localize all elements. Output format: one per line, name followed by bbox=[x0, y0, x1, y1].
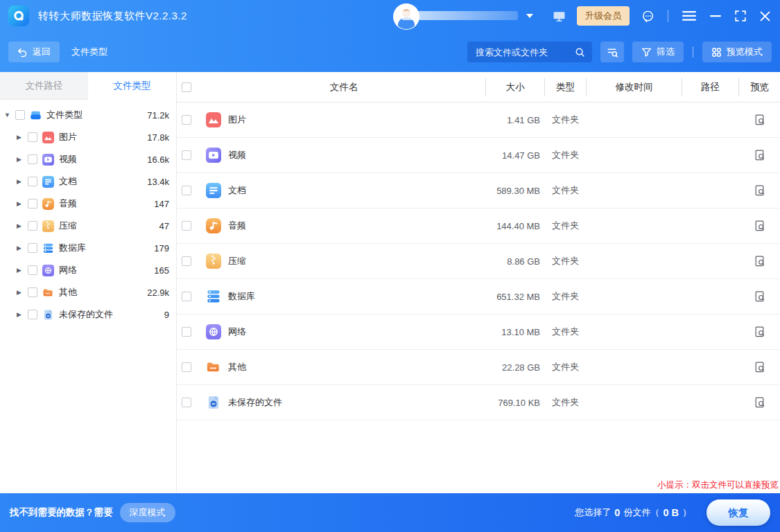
tree-checkbox[interactable] bbox=[28, 243, 37, 253]
tree-item[interactable]: ▶ 文档 13.4k bbox=[0, 170, 176, 193]
tree-item-count: 9 bbox=[164, 310, 169, 320]
tree-item[interactable]: ▶ 其他 22.9k bbox=[0, 281, 176, 303]
doc-icon bbox=[42, 176, 54, 188]
preview-mode-button[interactable]: 预览模式 bbox=[702, 42, 772, 62]
support-headset-icon[interactable] bbox=[641, 9, 655, 24]
tree-item[interactable]: ▶ 音频 147 bbox=[0, 193, 176, 215]
list-search-button[interactable] bbox=[600, 42, 624, 62]
row-checkbox[interactable] bbox=[182, 398, 191, 407]
row-checkbox[interactable] bbox=[182, 362, 191, 372]
row-checkbox[interactable] bbox=[182, 115, 191, 125]
header-size[interactable]: 大小 bbox=[486, 81, 544, 94]
tree-item[interactable]: ▶ 视频 16.6k bbox=[0, 148, 176, 170]
row-checkbox[interactable] bbox=[182, 150, 191, 160]
table-row[interactable]: 其他 22.28 GB 文件夹 bbox=[177, 350, 780, 385]
net-icon bbox=[206, 324, 221, 339]
tab-file-type[interactable]: 文件类型 bbox=[88, 72, 176, 100]
preview-file-icon[interactable] bbox=[754, 290, 766, 303]
minimize-icon[interactable] bbox=[710, 10, 721, 21]
row-checkbox[interactable] bbox=[182, 256, 191, 266]
header-path[interactable]: 路径 bbox=[682, 81, 738, 94]
chevron-down-icon[interactable] bbox=[526, 14, 533, 18]
file-name: 图片 bbox=[228, 114, 246, 126]
tab-file-path[interactable]: 文件路径 bbox=[0, 72, 88, 100]
header-modified-time[interactable]: 修改时间 bbox=[587, 81, 682, 94]
tree-item[interactable]: ▼ 文件类型 71.2k bbox=[0, 104, 176, 126]
header-preview[interactable]: 预览 bbox=[739, 81, 780, 94]
file-type: 文件夹 bbox=[545, 290, 586, 303]
row-checkbox[interactable] bbox=[182, 221, 191, 231]
preview-file-icon[interactable] bbox=[754, 361, 766, 373]
preview-file-icon[interactable] bbox=[754, 255, 766, 267]
expand-arrow-icon[interactable]: ▶ bbox=[17, 134, 27, 141]
preview-file-icon[interactable] bbox=[754, 220, 766, 232]
preview-mode-label: 预览模式 bbox=[727, 46, 763, 58]
table-row[interactable]: 网络 13.10 MB 文件夹 bbox=[177, 314, 780, 350]
expand-arrow-icon[interactable]: ▶ bbox=[17, 156, 27, 163]
tree-checkbox[interactable] bbox=[28, 132, 37, 142]
tree-item[interactable]: ▶ 压缩 47 bbox=[0, 215, 176, 237]
titlebar-right: 升级会员 bbox=[388, 0, 770, 32]
preview-file-icon[interactable] bbox=[754, 326, 766, 338]
expand-arrow-icon[interactable]: ▶ bbox=[17, 245, 27, 251]
display-icon[interactable] bbox=[553, 10, 566, 23]
search-input[interactable] bbox=[474, 46, 575, 58]
row-checkbox[interactable] bbox=[182, 292, 191, 301]
tree-item[interactable]: ▶ 图片 17.8k bbox=[0, 126, 176, 148]
header-file-name[interactable]: 文件名 bbox=[202, 81, 485, 94]
tree-checkbox[interactable] bbox=[28, 154, 37, 164]
expand-arrow-icon[interactable]: ▼ bbox=[4, 112, 15, 118]
preview-file-icon[interactable] bbox=[754, 114, 766, 126]
tree-checkbox[interactable] bbox=[28, 199, 37, 209]
tree-item[interactable]: ▶ 网络 165 bbox=[0, 259, 176, 281]
table-row[interactable]: 未保存的文件 769.10 KB 文件夹 bbox=[177, 385, 780, 420]
file-type: 文件夹 bbox=[545, 149, 586, 161]
filter-button[interactable]: 筛选 bbox=[632, 42, 684, 62]
expand-arrow-icon[interactable]: ▶ bbox=[17, 178, 27, 185]
table-row[interactable]: 图片 1.41 GB 文件夹 bbox=[177, 103, 780, 138]
deep-mode-button[interactable]: 深度模式 bbox=[120, 503, 175, 522]
tree-item[interactable]: ▶ 未保存的文件 9 bbox=[0, 303, 176, 326]
expand-arrow-icon[interactable]: ▶ bbox=[17, 200, 27, 207]
selection-count: 0 bbox=[614, 507, 620, 518]
selection-suffix: ） bbox=[682, 506, 691, 519]
audio-icon bbox=[206, 218, 221, 233]
filter-button-label: 筛选 bbox=[657, 46, 675, 58]
recover-button[interactable]: 恢复 bbox=[707, 499, 770, 526]
file-type-tree: ▼ 文件类型 71.2k ▶ 图片 17.8k ▶ 视频 16.6k ▶ 文档 … bbox=[0, 100, 176, 326]
tree-checkbox[interactable] bbox=[15, 110, 25, 120]
expand-arrow-icon[interactable]: ▶ bbox=[17, 267, 27, 274]
maximize-icon[interactable] bbox=[735, 10, 746, 21]
account-area[interactable] bbox=[388, 0, 541, 32]
menu-icon[interactable] bbox=[682, 11, 696, 21]
preview-file-icon[interactable] bbox=[754, 149, 766, 161]
grid-icon bbox=[711, 47, 722, 57]
select-all-checkbox[interactable] bbox=[182, 82, 191, 92]
preview-file-icon[interactable] bbox=[754, 184, 766, 197]
file-name: 网络 bbox=[228, 326, 246, 338]
expand-arrow-icon[interactable]: ▶ bbox=[17, 311, 27, 318]
table-row[interactable]: 压缩 8.86 GB 文件夹 bbox=[177, 244, 780, 279]
row-checkbox[interactable] bbox=[182, 186, 191, 195]
row-checkbox[interactable] bbox=[182, 327, 191, 337]
table-row[interactable]: 文档 589.30 MB 文件夹 bbox=[177, 173, 780, 209]
table-row[interactable]: 音频 144.40 MB 文件夹 bbox=[177, 209, 780, 244]
preview-file-icon[interactable] bbox=[754, 396, 766, 409]
tree-checkbox[interactable] bbox=[28, 287, 37, 297]
back-button[interactable]: 返回 bbox=[8, 42, 60, 62]
upgrade-member-button[interactable]: 升级会员 bbox=[577, 6, 630, 26]
expand-arrow-icon[interactable]: ▶ bbox=[17, 222, 27, 229]
tree-checkbox[interactable] bbox=[28, 177, 37, 186]
table-row[interactable]: 数据库 651.32 MB 文件夹 bbox=[177, 279, 780, 314]
tree-checkbox[interactable] bbox=[28, 310, 37, 319]
search-box[interactable] bbox=[467, 42, 592, 62]
tip-text: 小提示：双击文件可以直接预览 bbox=[657, 479, 779, 491]
expand-arrow-icon[interactable]: ▶ bbox=[17, 289, 27, 296]
close-icon[interactable] bbox=[760, 11, 770, 21]
tree-item[interactable]: ▶ 数据库 179 bbox=[0, 237, 176, 259]
table-row[interactable]: 视频 14.47 GB 文件夹 bbox=[177, 138, 780, 173]
tree-item-label: 网络 bbox=[59, 264, 77, 276]
header-type[interactable]: 类型 bbox=[545, 81, 586, 94]
tree-checkbox[interactable] bbox=[28, 265, 37, 275]
tree-checkbox[interactable] bbox=[28, 221, 37, 231]
